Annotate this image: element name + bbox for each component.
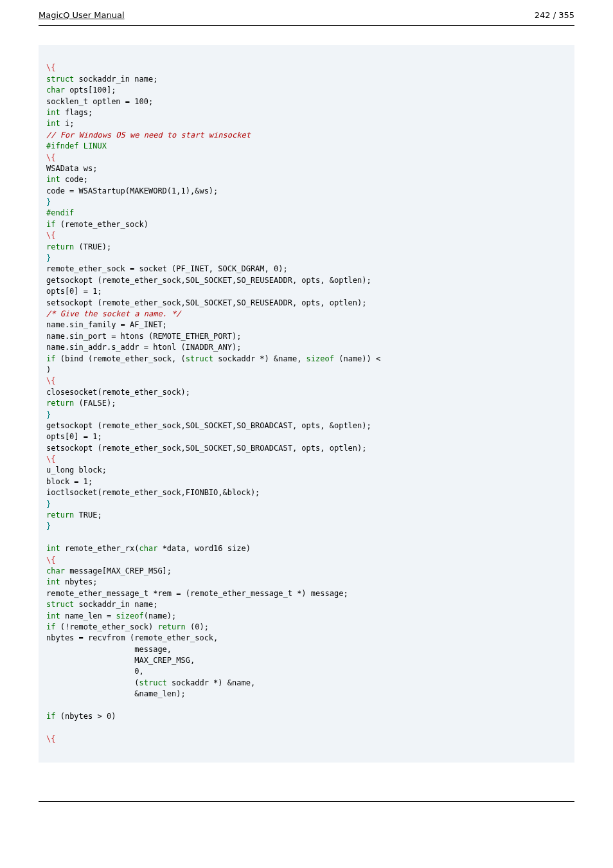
code-token: sizeof	[116, 611, 143, 620]
code-line: if (!remote_ether_sock) return (0);	[46, 622, 209, 631]
code-line: \{	[46, 376, 55, 385]
code-line: setsockopt (remote_ether_sock,SOL_SOCKET…	[46, 298, 367, 307]
code-line: getsockopt (remote_ether_sock,SOL_SOCKET…	[46, 421, 371, 430]
code-token: if	[46, 220, 55, 229]
code-token: struct	[46, 75, 74, 84]
code-token: struct	[139, 678, 167, 687]
code-token: sockaddr *) &name,	[167, 678, 255, 687]
code-token: sizeof	[306, 354, 334, 363]
code-token: opts[0] = 1;	[46, 287, 102, 296]
code-token: (remote_ether_sock)	[55, 220, 148, 229]
code-token: \{	[46, 153, 55, 162]
code-line: }	[46, 197, 51, 206]
code-token: sockaddr *) &name,	[213, 354, 306, 363]
code-line: name.sin_port = htons (REMOTE_ETHER_PORT…	[46, 332, 241, 341]
code-token: )	[46, 365, 51, 374]
header-title: MagicQ User Manual	[39, 10, 125, 20]
code-token: WSAData ws;	[46, 164, 97, 173]
code-token: flags;	[60, 108, 93, 117]
code-token: char	[46, 566, 65, 575]
code-listing: \{ struct sockaddr_in name; char opts[10…	[39, 45, 574, 763]
code-token: nbytes = recvfrom (remote_ether_sock,	[46, 633, 218, 642]
code-token: 0,	[46, 667, 144, 676]
code-token: name.sin_family = AF_INET;	[46, 320, 167, 329]
code-token: TRUE;	[74, 511, 102, 520]
code-line: opts[0] = 1;	[46, 287, 102, 296]
code-token: remote_ether_sock = socket (PF_INET, SOC…	[46, 264, 288, 273]
code-line: WSAData ws;	[46, 164, 97, 173]
code-token: nbytes;	[60, 577, 98, 586]
code-token: // For Windows OS we need to start winso…	[46, 131, 251, 140]
code-token: \{	[46, 734, 55, 743]
code-token: }	[46, 197, 51, 206]
code-token: return	[46, 511, 74, 520]
code-token: (nbytes > 0)	[55, 712, 116, 721]
code-token: (name);	[144, 611, 177, 620]
code-token: \{	[46, 455, 55, 464]
code-token: int	[46, 544, 60, 553]
code-line: block = 1;	[46, 477, 93, 486]
code-line: remote_ether_message_t *rem = (remote_et…	[46, 589, 348, 598]
code-line: if (remote_ether_sock)	[46, 220, 148, 229]
code-token: /* Give the socket a name. */	[46, 309, 181, 318]
code-line: int i;	[46, 119, 74, 128]
code-token: code;	[60, 175, 88, 184]
code-token: setsockopt (remote_ether_sock,SOL_SOCKET…	[46, 444, 367, 453]
code-line: \{	[46, 455, 55, 464]
code-token: sockaddr_in name;	[74, 75, 157, 84]
code-token: }	[46, 410, 51, 419]
code-token: }	[46, 521, 51, 530]
code-token: if	[46, 712, 55, 721]
code-token: char	[139, 544, 158, 553]
code-token: return	[157, 622, 185, 631]
code-token: (TRUE);	[74, 242, 111, 251]
code-token: u_long block;	[46, 466, 107, 475]
page-header: MagicQ User Manual 242 / 355	[0, 0, 613, 23]
code-token: message,	[46, 645, 172, 654]
code-token: (FALSE);	[74, 399, 116, 408]
code-token: return	[46, 242, 74, 251]
code-token: if	[46, 622, 55, 631]
code-token: (0);	[186, 622, 209, 631]
code-token: remote_ether_message_t *rem = (remote_et…	[46, 589, 348, 598]
header-rule	[39, 25, 574, 26]
code-line: ioctlsocket(remote_ether_sock,FIONBIO,&b…	[46, 488, 260, 497]
code-line: nbytes = recvfrom (remote_ether_sock,	[46, 633, 218, 642]
code-line: setsockopt (remote_ether_sock,SOL_SOCKET…	[46, 444, 367, 453]
code-token: opts[0] = 1;	[46, 432, 102, 441]
code-token: setsockopt (remote_ether_sock,SOL_SOCKET…	[46, 298, 367, 307]
code-line: socklen_t optlen = 100;	[46, 97, 153, 106]
code-token: name.sin_addr.s_addr = htonl (INADDR_ANY…	[46, 343, 241, 352]
code-line: 0,	[46, 667, 144, 676]
code-line: #endif	[46, 208, 74, 217]
code-token: (bind (remote_ether_sock, (	[55, 354, 185, 363]
code-token: i;	[60, 119, 75, 128]
code-line: int code;	[46, 175, 88, 184]
code-token: (	[46, 678, 139, 687]
code-token: }	[46, 253, 51, 262]
code-token: #endif	[46, 208, 74, 217]
code-line: struct sockaddr_in name;	[46, 75, 157, 84]
code-token: char	[46, 86, 65, 95]
code-line: name.sin_addr.s_addr = htonl (INADDR_ANY…	[46, 343, 241, 352]
code-token: int	[46, 108, 60, 117]
code-line: u_long block;	[46, 466, 107, 475]
code-line: \{	[46, 63, 55, 72]
code-line: if (nbytes > 0)	[46, 712, 116, 721]
code-token: MAX_CREP_MSG,	[46, 656, 195, 665]
code-token: return	[46, 399, 74, 408]
code-token: ioctlsocket(remote_ether_sock,FIONBIO,&b…	[46, 488, 260, 497]
code-token: }	[46, 500, 51, 509]
code-line: &name_len);	[46, 689, 186, 698]
footer-rule	[39, 801, 574, 802]
code-line: char message[MAX_CREP_MSG];	[46, 566, 172, 575]
code-line: }	[46, 410, 51, 419]
code-token: sockaddr_in name;	[74, 600, 157, 609]
code-token: int	[46, 119, 60, 128]
code-token: #ifndef LINUX	[46, 141, 107, 150]
code-token: (!remote_ether_sock)	[55, 622, 157, 631]
code-line: opts[0] = 1;	[46, 432, 102, 441]
code-line: int remote_ether_rx(char *data, word16 s…	[46, 544, 251, 553]
page: MagicQ User Manual 242 / 355 \{ struct s…	[0, 0, 613, 868]
code-line: closesocket(remote_ether_sock);	[46, 388, 190, 397]
